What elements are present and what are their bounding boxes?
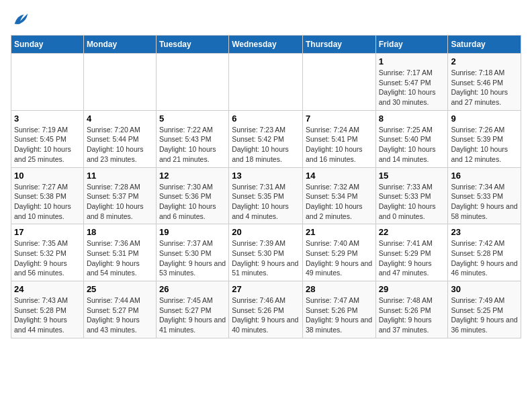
day-info: Sunrise: 7:44 AM Sunset: 5:27 PM Dayligh… (87, 295, 153, 335)
calendar-cell: 28Sunrise: 7:47 AM Sunset: 5:26 PM Dayli… (302, 281, 375, 338)
day-info: Sunrise: 7:19 AM Sunset: 5:45 PM Dayligh… (14, 125, 81, 165)
day-number: 27 (232, 284, 300, 294)
logo-icon (11, 11, 30, 30)
day-info: Sunrise: 7:31 AM Sunset: 5:35 PM Dayligh… (232, 182, 300, 222)
day-number: 5 (159, 113, 226, 124)
calendar-cell: 25Sunrise: 7:44 AM Sunset: 5:27 PM Dayli… (83, 281, 156, 338)
day-info: Sunrise: 7:28 AM Sunset: 5:37 PM Dayligh… (87, 182, 153, 222)
day-info: Sunrise: 7:49 AM Sunset: 5:25 PM Dayligh… (451, 295, 518, 335)
calendar-week-row: 24Sunrise: 7:43 AM Sunset: 5:28 PM Dayli… (11, 281, 521, 338)
weekday-header: Tuesday (156, 36, 228, 54)
day-number: 3 (14, 113, 81, 124)
day-info: Sunrise: 7:47 AM Sunset: 5:26 PM Dayligh… (306, 295, 373, 335)
day-info: Sunrise: 7:35 AM Sunset: 5:32 PM Dayligh… (14, 238, 81, 278)
day-info: Sunrise: 7:40 AM Sunset: 5:29 PM Dayligh… (306, 238, 373, 278)
day-info: Sunrise: 7:41 AM Sunset: 5:29 PM Dayligh… (379, 238, 445, 278)
calendar-cell: 18Sunrise: 7:36 AM Sunset: 5:31 PM Dayli… (83, 224, 156, 281)
day-info: Sunrise: 7:30 AM Sunset: 5:36 PM Dayligh… (159, 182, 226, 222)
calendar-cell: 7Sunrise: 7:24 AM Sunset: 5:41 PM Daylig… (302, 110, 375, 167)
calendar-cell: 15Sunrise: 7:33 AM Sunset: 5:33 PM Dayli… (375, 167, 448, 224)
calendar-cell: 5Sunrise: 7:22 AM Sunset: 5:43 PM Daylig… (156, 110, 228, 167)
day-number: 28 (306, 284, 373, 294)
day-number: 22 (379, 227, 445, 237)
day-number: 12 (159, 171, 226, 181)
page-header (11, 11, 521, 30)
day-info: Sunrise: 7:45 AM Sunset: 5:27 PM Dayligh… (159, 295, 226, 335)
day-number: 10 (14, 171, 81, 181)
day-number: 7 (306, 113, 373, 124)
day-info: Sunrise: 7:27 AM Sunset: 5:38 PM Dayligh… (14, 182, 81, 222)
calendar-cell: 21Sunrise: 7:40 AM Sunset: 5:29 PM Dayli… (302, 224, 375, 281)
calendar-header-row: SundayMondayTuesdayWednesdayThursdayFrid… (11, 36, 521, 54)
day-number: 20 (232, 227, 300, 237)
day-info: Sunrise: 7:46 AM Sunset: 5:26 PM Dayligh… (232, 295, 300, 335)
calendar-cell: 1Sunrise: 7:17 AM Sunset: 5:47 PM Daylig… (375, 54, 448, 111)
day-number: 9 (451, 113, 518, 124)
calendar-week-row: 3Sunrise: 7:19 AM Sunset: 5:45 PM Daylig… (11, 110, 521, 167)
calendar-cell: 30Sunrise: 7:49 AM Sunset: 5:25 PM Dayli… (448, 281, 521, 338)
day-info: Sunrise: 7:37 AM Sunset: 5:30 PM Dayligh… (159, 238, 226, 278)
calendar-cell: 12Sunrise: 7:30 AM Sunset: 5:36 PM Dayli… (156, 167, 228, 224)
calendar-cell: 8Sunrise: 7:25 AM Sunset: 5:40 PM Daylig… (375, 110, 448, 167)
calendar-cell: 9Sunrise: 7:26 AM Sunset: 5:39 PM Daylig… (448, 110, 521, 167)
day-info: Sunrise: 7:25 AM Sunset: 5:40 PM Dayligh… (379, 125, 445, 165)
day-number: 16 (451, 171, 518, 181)
calendar-cell: 3Sunrise: 7:19 AM Sunset: 5:45 PM Daylig… (11, 110, 84, 167)
day-number: 21 (306, 227, 373, 237)
day-number: 24 (14, 284, 81, 294)
calendar-cell: 19Sunrise: 7:37 AM Sunset: 5:30 PM Dayli… (156, 224, 228, 281)
calendar-week-row: 17Sunrise: 7:35 AM Sunset: 5:32 PM Dayli… (11, 224, 521, 281)
day-number: 29 (379, 284, 445, 294)
calendar-cell: 2Sunrise: 7:18 AM Sunset: 5:46 PM Daylig… (448, 54, 521, 111)
day-info: Sunrise: 7:26 AM Sunset: 5:39 PM Dayligh… (451, 125, 518, 165)
day-info: Sunrise: 7:22 AM Sunset: 5:43 PM Dayligh… (159, 125, 226, 165)
day-number: 13 (232, 171, 300, 181)
weekday-header: Sunday (11, 36, 84, 54)
day-number: 4 (87, 113, 153, 124)
calendar-cell: 6Sunrise: 7:23 AM Sunset: 5:42 PM Daylig… (229, 110, 303, 167)
calendar-cell: 24Sunrise: 7:43 AM Sunset: 5:28 PM Dayli… (11, 281, 84, 338)
calendar-cell: 22Sunrise: 7:41 AM Sunset: 5:29 PM Dayli… (375, 224, 448, 281)
day-number: 11 (87, 171, 153, 181)
calendar-cell: 27Sunrise: 7:46 AM Sunset: 5:26 PM Dayli… (229, 281, 303, 338)
weekday-header: Monday (83, 36, 156, 54)
calendar-cell: 26Sunrise: 7:45 AM Sunset: 5:27 PM Dayli… (156, 281, 228, 338)
weekday-header: Saturday (448, 36, 521, 54)
day-number: 8 (379, 113, 445, 124)
day-number: 26 (159, 284, 226, 294)
calendar-cell: 16Sunrise: 7:34 AM Sunset: 5:33 PM Dayli… (448, 167, 521, 224)
day-info: Sunrise: 7:43 AM Sunset: 5:28 PM Dayligh… (14, 295, 81, 335)
calendar-cell: 23Sunrise: 7:42 AM Sunset: 5:28 PM Dayli… (448, 224, 521, 281)
day-info: Sunrise: 7:48 AM Sunset: 5:26 PM Dayligh… (379, 295, 445, 335)
day-number: 14 (306, 171, 373, 181)
day-info: Sunrise: 7:23 AM Sunset: 5:42 PM Dayligh… (232, 125, 300, 165)
day-info: Sunrise: 7:17 AM Sunset: 5:47 PM Dayligh… (379, 68, 445, 107)
calendar-cell (156, 54, 228, 111)
calendar-cell (229, 54, 303, 111)
weekday-header: Wednesday (229, 36, 303, 54)
day-number: 15 (379, 171, 445, 181)
calendar-cell: 29Sunrise: 7:48 AM Sunset: 5:26 PM Dayli… (375, 281, 448, 338)
day-number: 19 (159, 227, 226, 237)
calendar-cell: 10Sunrise: 7:27 AM Sunset: 5:38 PM Dayli… (11, 167, 84, 224)
calendar-cell: 17Sunrise: 7:35 AM Sunset: 5:32 PM Dayli… (11, 224, 84, 281)
day-info: Sunrise: 7:39 AM Sunset: 5:30 PM Dayligh… (232, 238, 300, 278)
calendar-cell: 14Sunrise: 7:32 AM Sunset: 5:34 PM Dayli… (302, 167, 375, 224)
day-number: 6 (232, 113, 300, 124)
day-info: Sunrise: 7:20 AM Sunset: 5:44 PM Dayligh… (87, 125, 153, 165)
logo (11, 11, 32, 30)
calendar-cell (11, 54, 84, 111)
day-number: 2 (451, 56, 518, 66)
day-info: Sunrise: 7:33 AM Sunset: 5:33 PM Dayligh… (379, 182, 445, 222)
day-number: 17 (14, 227, 81, 237)
calendar-table: SundayMondayTuesdayWednesdayThursdayFrid… (11, 35, 521, 338)
day-info: Sunrise: 7:36 AM Sunset: 5:31 PM Dayligh… (87, 238, 153, 278)
day-info: Sunrise: 7:24 AM Sunset: 5:41 PM Dayligh… (306, 125, 373, 165)
day-number: 18 (87, 227, 153, 237)
day-info: Sunrise: 7:32 AM Sunset: 5:34 PM Dayligh… (306, 182, 373, 222)
day-info: Sunrise: 7:42 AM Sunset: 5:28 PM Dayligh… (451, 238, 518, 278)
day-info: Sunrise: 7:34 AM Sunset: 5:33 PM Dayligh… (451, 182, 518, 222)
calendar-cell: 13Sunrise: 7:31 AM Sunset: 5:35 PM Dayli… (229, 167, 303, 224)
calendar-cell: 11Sunrise: 7:28 AM Sunset: 5:37 PM Dayli… (83, 167, 156, 224)
day-number: 25 (87, 284, 153, 294)
